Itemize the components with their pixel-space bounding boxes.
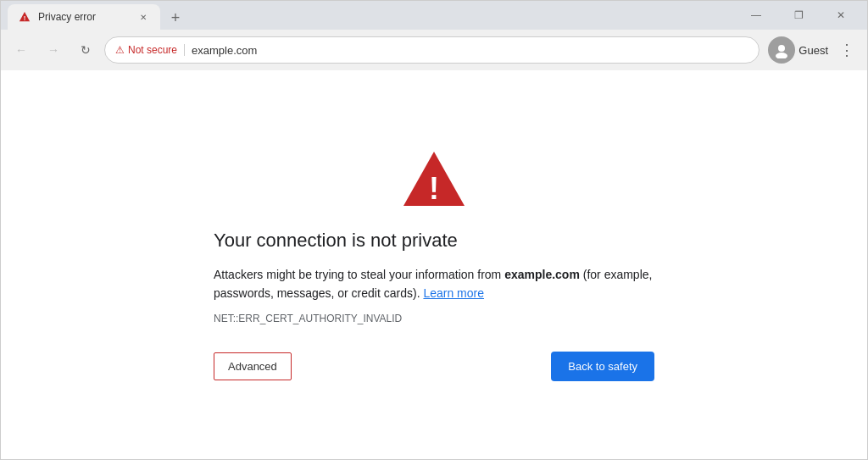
- address-separator: [184, 44, 185, 56]
- svg-text:!: !: [429, 171, 439, 206]
- advanced-button[interactable]: Advanced: [214, 352, 292, 380]
- svg-point-3: [776, 53, 787, 58]
- profile-area[interactable]: Guest: [768, 36, 828, 64]
- not-secure-badge: ⚠ Not secure: [115, 44, 177, 56]
- browser-tab[interactable]: ! Privacy error ✕: [8, 4, 160, 30]
- error-container: ! Your connection is not private Attacke…: [214, 131, 654, 399]
- warning-triangle-icon: !: [400, 148, 468, 209]
- tab-close-button[interactable]: ✕: [136, 10, 150, 24]
- warning-icon: ⚠: [115, 44, 125, 56]
- window-controls: — ❐ ✕: [737, 2, 860, 29]
- tab-title: Privacy error: [38, 11, 130, 23]
- tab-favicon: !: [18, 10, 31, 24]
- tab-area: ! Privacy error ✕ +: [8, 1, 733, 30]
- not-secure-label: Not secure: [128, 44, 177, 56]
- reload-button[interactable]: ↻: [72, 36, 99, 64]
- new-tab-button[interactable]: +: [164, 6, 187, 30]
- error-heading: Your connection is not private: [214, 230, 458, 252]
- profile-icon: [768, 36, 795, 64]
- address-bar[interactable]: ⚠ Not secure example.com: [104, 36, 760, 64]
- learn-more-link[interactable]: Learn more: [423, 286, 484, 300]
- svg-text:!: !: [24, 14, 26, 22]
- error-code: NET::ERR_CERT_AUTHORITY_INVALID: [214, 313, 402, 324]
- minimize-button[interactable]: —: [737, 2, 776, 29]
- toolbar: ← → ↻ ⚠ Not secure example.com Guest ⋮: [1, 30, 867, 70]
- url-text: example.com: [192, 44, 257, 57]
- maximize-button[interactable]: ❐: [779, 2, 818, 29]
- button-row: Advanced Back to safety: [214, 352, 654, 381]
- site-name: example.com: [504, 268, 580, 281]
- page-content: ! Your connection is not private Attacke…: [1, 70, 867, 459]
- back-to-safety-button[interactable]: Back to safety: [551, 352, 654, 381]
- browser-window: ! Privacy error ✕ + — ❐ ✕ ← → ↻ ⚠ Not se…: [0, 0, 868, 460]
- title-bar: ! Privacy error ✕ + — ❐ ✕: [1, 1, 867, 30]
- svg-point-2: [778, 45, 785, 52]
- forward-button[interactable]: →: [40, 36, 67, 64]
- error-description: Attackers might be trying to steal your …: [214, 265, 654, 303]
- guest-label: Guest: [798, 44, 828, 57]
- back-button[interactable]: ←: [8, 36, 35, 64]
- description-before: Attackers might be trying to steal your …: [214, 268, 504, 281]
- close-button[interactable]: ✕: [821, 2, 860, 29]
- browser-menu-button[interactable]: ⋮: [833, 36, 860, 64]
